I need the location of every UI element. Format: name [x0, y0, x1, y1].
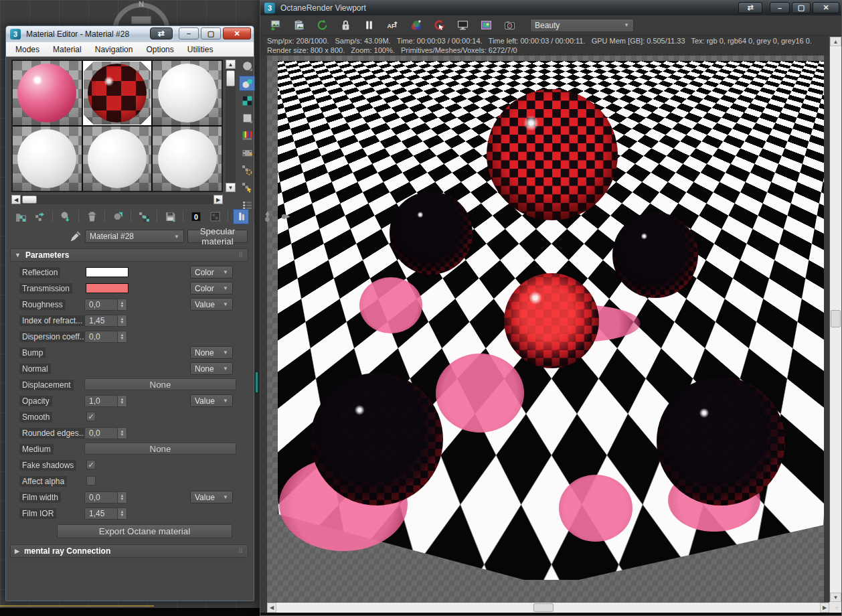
- make-preview-icon[interactable]: [239, 145, 255, 161]
- scroll-up-arrow[interactable]: ▲: [226, 60, 236, 69]
- value-spinner[interactable]: 1,45▲▼: [84, 315, 127, 327]
- scroll-down-arrow[interactable]: ▼: [830, 593, 841, 602]
- save-image-icon[interactable]: [268, 19, 282, 32]
- octane-vertical-scrollbar[interactable]: ▲ ▼: [829, 37, 841, 602]
- spinner-arrows[interactable]: ▲▼: [117, 315, 127, 326]
- scroll-left-arrow[interactable]: ◀: [267, 603, 276, 613]
- scroll-left-arrow[interactable]: ◀: [11, 195, 21, 204]
- menu-utilities[interactable]: Utilities: [181, 44, 220, 56]
- editor-swap-button[interactable]: ⇄: [150, 27, 173, 40]
- spinner-arrows[interactable]: ▲▼: [117, 428, 127, 439]
- put-material-to-scene-icon[interactable]: [31, 209, 48, 224]
- menu-material[interactable]: Material: [46, 44, 88, 56]
- export-octane-material-button[interactable]: Export Octane material: [57, 524, 232, 538]
- parameters-rollout-header[interactable]: ▼ Parameters ⠿: [10, 248, 248, 262]
- spinner-arrows[interactable]: ▲▼: [117, 492, 127, 503]
- color-swatch[interactable]: [86, 267, 129, 277]
- editor-maximize-button[interactable]: ▢: [201, 27, 221, 40]
- octane-minimize-button[interactable]: –: [770, 2, 790, 13]
- material-editor-options-icon[interactable]: [239, 163, 255, 178]
- make-material-copy-icon[interactable]: [110, 209, 126, 224]
- samples-vertical-scrollbar[interactable]: ▲ ▼: [226, 60, 236, 192]
- render-target-icon[interactable]: [479, 19, 493, 32]
- lock-resolution-icon[interactable]: [339, 19, 352, 32]
- render-pass-dropdown[interactable]: Beauty ▼: [530, 19, 634, 32]
- mode-dropdown[interactable]: Color▼: [190, 266, 233, 279]
- vertical-scroll-thumb[interactable]: [831, 310, 841, 327]
- mode-dropdown[interactable]: Value▼: [190, 491, 233, 504]
- octane-close-button[interactable]: ✕: [813, 2, 839, 13]
- menu-modes[interactable]: Modes: [9, 44, 46, 56]
- octane-maximize-button[interactable]: ▢: [792, 2, 811, 13]
- checkbox-unchecked[interactable]: [86, 476, 96, 485]
- checkbox-checked[interactable]: ✓: [86, 460, 96, 469]
- put-to-library-icon[interactable]: [162, 209, 178, 224]
- get-material-icon[interactable]: [13, 209, 29, 224]
- spinner-arrows[interactable]: ▲▼: [117, 331, 127, 342]
- go-to-parent-icon[interactable]: [259, 209, 275, 224]
- show-end-result-icon[interactable]: [233, 209, 249, 224]
- restart-render-icon[interactable]: [432, 19, 446, 32]
- sample-uv-tiling-icon[interactable]: [239, 110, 255, 126]
- select-by-material-icon[interactable]: [239, 180, 255, 196]
- horizontal-scroll-thumb[interactable]: [22, 196, 37, 204]
- material-id-channel-icon[interactable]: 0: [188, 209, 204, 224]
- scroll-down-arrow[interactable]: ▼: [226, 183, 236, 192]
- map-slot-button[interactable]: None: [84, 378, 236, 390]
- backlight-icon[interactable]: [239, 76, 255, 91]
- value-spinner[interactable]: 1,0▲▼: [84, 395, 127, 407]
- samples-horizontal-scrollbar[interactable]: ◀ ▶: [11, 195, 223, 204]
- camera-icon[interactable]: [503, 19, 516, 32]
- material-sample-slot-2[interactable]: [83, 61, 152, 125]
- mode-dropdown[interactable]: Color▼: [190, 282, 233, 295]
- autofocus-icon[interactable]: AF: [386, 19, 399, 32]
- value-spinner[interactable]: 0,0▲▼: [84, 427, 127, 439]
- spinner-arrows[interactable]: ▲▼: [117, 299, 127, 310]
- map-slot-button[interactable]: None: [84, 443, 236, 455]
- editor-close-button[interactable]: ✕: [223, 27, 251, 40]
- octane-render-canvas[interactable]: [267, 56, 824, 603]
- value-spinner[interactable]: 1,45▲▼: [84, 508, 127, 520]
- material-type-button[interactable]: Specular material: [187, 230, 248, 243]
- show-shaded-material-in-viewport-icon[interactable]: [207, 209, 223, 224]
- video-color-check-icon[interactable]: [239, 128, 255, 143]
- octane-horizontal-scrollbar[interactable]: ◀ ▶: [267, 602, 829, 613]
- background-icon[interactable]: [239, 93, 255, 108]
- menu-options[interactable]: Options: [139, 44, 180, 56]
- spinner-arrows[interactable]: ▲▼: [117, 396, 127, 406]
- spinner-arrows[interactable]: ▲▼: [117, 508, 127, 519]
- material-sample-slot-4[interactable]: [13, 127, 82, 191]
- value-spinner[interactable]: 0,0▲▼: [84, 299, 127, 311]
- octane-swap-button[interactable]: ⇄: [738, 2, 762, 13]
- menu-navigation[interactable]: Navigation: [88, 44, 140, 56]
- mode-dropdown[interactable]: Value▼: [190, 394, 233, 407]
- scroll-right-arrow[interactable]: ▶: [820, 603, 829, 613]
- horizontal-scroll-thumb[interactable]: [533, 603, 554, 612]
- assign-material-to-selection-icon[interactable]: [58, 209, 74, 224]
- vertical-scroll-thumb[interactable]: [226, 70, 235, 86]
- resize-grip[interactable]: ⁘: [834, 605, 840, 611]
- material-sample-slot-3[interactable]: [153, 61, 222, 125]
- checkbox-checked[interactable]: ✓: [86, 412, 96, 421]
- go-forward-to-sibling-icon[interactable]: [278, 209, 294, 224]
- make-unique-icon[interactable]: [136, 209, 152, 224]
- mode-dropdown[interactable]: None▼: [190, 346, 233, 359]
- refresh-render-icon[interactable]: [315, 19, 329, 32]
- sample-type-icon[interactable]: [239, 58, 255, 74]
- material-sample-slot-5[interactable]: [83, 127, 152, 191]
- mode-dropdown[interactable]: None▼: [190, 362, 233, 375]
- mode-dropdown[interactable]: Value▼: [190, 298, 233, 311]
- viewport-render-icon[interactable]: [456, 19, 469, 32]
- value-spinner[interactable]: 0,0▲▼: [84, 491, 127, 504]
- material-sample-slot-6[interactable]: [153, 127, 222, 191]
- value-spinner[interactable]: 0,0▲▼: [84, 331, 127, 343]
- scroll-right-arrow[interactable]: ▶: [214, 195, 223, 204]
- editor-minimize-button[interactable]: –: [179, 27, 199, 40]
- material-name-dropdown[interactable]: Material #28 ▼: [85, 230, 184, 243]
- copy-to-clipboard-icon[interactable]: [292, 19, 305, 32]
- color-swatch[interactable]: [86, 283, 129, 293]
- pick-material-eyedropper-icon[interactable]: [68, 230, 82, 243]
- mental-ray-rollout-header[interactable]: ▶ mental ray Connection ⠿: [10, 544, 248, 558]
- reset-material-icon[interactable]: [84, 209, 100, 224]
- pause-render-icon[interactable]: [362, 19, 375, 32]
